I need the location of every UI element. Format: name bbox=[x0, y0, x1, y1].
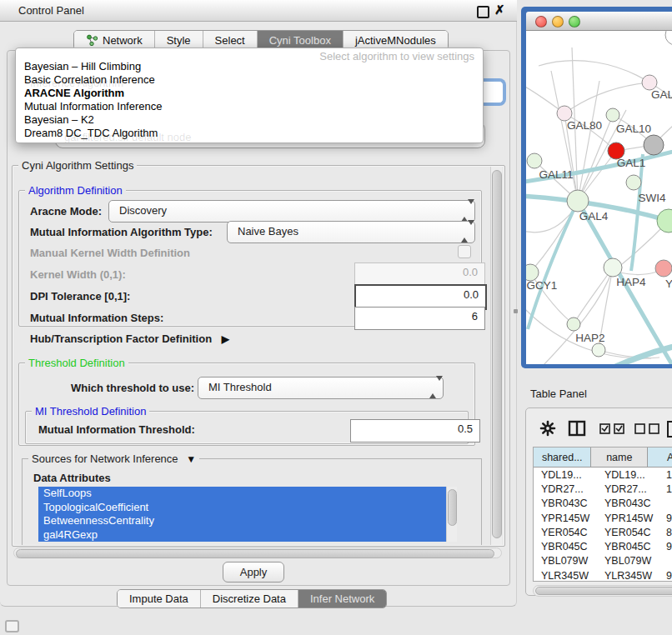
manual-kernel-checkbox[interactable] bbox=[458, 245, 471, 258]
close-icon[interactable]: ✗ bbox=[494, 2, 505, 18]
data-attributes-label: Data Attributes bbox=[33, 472, 111, 484]
column-header-shared-name[interactable]: shared... bbox=[534, 448, 591, 467]
control-panel-titlebar[interactable]: Control Panel ✗ bbox=[0, 0, 517, 22]
tab-cyni-toolbox-label: Cyni Toolbox bbox=[269, 34, 331, 47]
table-row[interactable]: YLR345WYLR345W9. bbox=[534, 568, 672, 582]
expand-right-icon[interactable]: ▶ bbox=[222, 333, 229, 345]
list-item[interactable]: BetweennessCentrality bbox=[38, 514, 457, 528]
list-item[interactable]: gal4RGexp bbox=[38, 528, 457, 542]
network-node[interactable] bbox=[567, 318, 580, 331]
panel-splitter-handle[interactable] bbox=[514, 309, 518, 313]
network-window-titlebar[interactable] bbox=[526, 12, 672, 31]
gear-icon[interactable] bbox=[539, 420, 556, 437]
cell: 9. bbox=[659, 541, 672, 552]
minimize-traffic-light-icon[interactable] bbox=[552, 16, 564, 28]
desktop-icon[interactable] bbox=[5, 620, 19, 632]
column-header-clipped[interactable]: A bbox=[648, 448, 672, 467]
cell: 13 bbox=[659, 469, 672, 481]
hub-definition-expander[interactable]: Hub/Transcription Factor Definition ▶ bbox=[30, 332, 229, 345]
network-node[interactable] bbox=[526, 264, 539, 281]
tab-style[interactable]: Style bbox=[155, 31, 203, 49]
aracne-mode-label: Aracne Mode: bbox=[30, 205, 102, 218]
menu-item-bayesian-k2[interactable]: Bayesian – K2 bbox=[16, 113, 484, 127]
table-row[interactable]: YBR043CYBR043C bbox=[534, 497, 672, 511]
table-header-row: shared... name A bbox=[534, 448, 672, 468]
network-node[interactable] bbox=[657, 209, 672, 232]
network-node[interactable] bbox=[665, 31, 672, 45]
attributes-scrollbar[interactable] bbox=[446, 487, 457, 542]
close-traffic-light-icon[interactable] bbox=[535, 16, 547, 28]
table-row[interactable]: YER054CYER054C8. bbox=[534, 525, 672, 539]
network-node[interactable] bbox=[604, 258, 622, 277]
node-label: GAL1 bbox=[617, 157, 646, 169]
table-row[interactable]: YDL19...YDL19...13 bbox=[534, 468, 672, 482]
tab-discretize-data[interactable]: Discretize Data bbox=[201, 590, 298, 608]
table-horizontal-scrollbar[interactable] bbox=[533, 585, 672, 597]
mi-threshold-field[interactable]: 0.5 bbox=[350, 419, 480, 442]
menu-item-aracne[interactable]: ARACNE Algorithm bbox=[16, 87, 484, 100]
kernel-width-field[interactable]: 0.0 bbox=[354, 262, 485, 285]
settings-vscroll-thumb[interactable] bbox=[492, 170, 502, 538]
mi-steps-field[interactable]: 6 bbox=[354, 307, 485, 330]
which-threshold-combobox[interactable]: MI Threshold bbox=[198, 377, 444, 399]
tab-discretize-data-label: Discretize Data bbox=[213, 592, 286, 605]
threshold-definition-title: Threshold Definition bbox=[25, 357, 128, 369]
float-window-icon[interactable] bbox=[477, 6, 489, 18]
menu-item-basic-correlation[interactable]: Basic Correlation Inference bbox=[16, 73, 484, 87]
node-label: SWI4 bbox=[638, 192, 665, 204]
tab-impute-data[interactable]: Impute Data bbox=[118, 590, 201, 608]
mi-type-combobox[interactable]: Naive Bayes bbox=[227, 221, 475, 243]
which-threshold-value: MI Threshold bbox=[208, 381, 272, 393]
tab-select[interactable]: Select bbox=[203, 31, 258, 49]
menu-item-bayesian-hill-climbing[interactable]: Bayesian – Hill Climbing bbox=[16, 60, 484, 73]
network-node[interactable] bbox=[592, 343, 605, 357]
split-columns-icon[interactable] bbox=[568, 420, 586, 437]
network-node[interactable] bbox=[644, 135, 664, 155]
tab-cyni-toolbox[interactable]: Cyni Toolbox bbox=[258, 31, 344, 49]
mi-threshold-group-title: MI Threshold Definition bbox=[32, 405, 149, 418]
settings-horizontal-scrollbar[interactable] bbox=[13, 548, 502, 558]
settings-hscroll-thumb[interactable] bbox=[16, 549, 494, 558]
network-node[interactable] bbox=[655, 260, 672, 277]
expand-down-icon[interactable]: ▼ bbox=[186, 453, 196, 465]
attributes-scroll-thumb[interactable] bbox=[448, 489, 457, 526]
node-label: GAL80 bbox=[567, 119, 602, 132]
cell: YBR045C bbox=[597, 541, 659, 552]
table-row[interactable]: YPR145WYPR145W9. bbox=[534, 511, 672, 525]
network-node[interactable] bbox=[567, 190, 589, 212]
menu-item-dream8[interactable]: Dream8 DC_TDC Algorithm bbox=[16, 127, 484, 140]
tab-network[interactable]: Network bbox=[74, 31, 155, 49]
list-item[interactable]: SelfLoops bbox=[38, 487, 457, 501]
hide-columns-icon[interactable] bbox=[634, 423, 661, 434]
tab-jactivemnodules[interactable]: jActiveMNodules bbox=[344, 31, 448, 49]
table-row[interactable]: YBR045CYBR045C9. bbox=[534, 539, 672, 553]
cell: YBR045C bbox=[534, 541, 597, 552]
stepper-icon bbox=[429, 381, 437, 393]
table-hscroll-thumb[interactable] bbox=[535, 587, 672, 595]
table-row[interactable]: YDR27...YDR27...12 bbox=[534, 482, 672, 496]
network-canvas[interactable]: GAL GAL80 GAL10 GAL1 GAL11 SWI4 GAL4 HAP… bbox=[526, 31, 672, 364]
cell: 9. bbox=[659, 512, 672, 524]
settings-group-title: Cyni Algorithm Settings bbox=[18, 159, 137, 172]
sources-expander[interactable]: Sources for Network Inference ▼ bbox=[28, 452, 199, 465]
tab-select-label: Select bbox=[215, 34, 245, 47]
hub-definition-label: Hub/Transcription Factor Definition bbox=[30, 332, 212, 345]
zoom-traffic-light-icon[interactable] bbox=[569, 16, 580, 28]
network-node[interactable] bbox=[626, 175, 641, 190]
stepper-icon bbox=[461, 204, 469, 217]
aracne-mode-combobox[interactable]: Discovery bbox=[108, 200, 475, 222]
network-node[interactable] bbox=[606, 108, 619, 122]
cell: YBR043C bbox=[597, 498, 659, 509]
show-checked-columns-icon[interactable] bbox=[599, 423, 626, 434]
menu-item-mutual-information[interactable]: Mutual Information Inference bbox=[16, 100, 484, 113]
apply-button[interactable]: Apply bbox=[223, 562, 284, 582]
tab-infer-network[interactable]: Infer Network bbox=[298, 590, 386, 608]
network-node[interactable] bbox=[527, 153, 542, 168]
list-item[interactable]: TopologicalCoefficient bbox=[38, 501, 457, 515]
table-row[interactable]: YBL079WYBL079W bbox=[534, 554, 672, 568]
new-table-icon[interactable] bbox=[666, 420, 672, 438]
column-header-name[interactable]: name bbox=[591, 448, 648, 467]
cell: YLR345W bbox=[534, 570, 597, 582]
cell: YBL079W bbox=[597, 555, 659, 567]
settings-vertical-scrollbar[interactable] bbox=[490, 167, 502, 545]
